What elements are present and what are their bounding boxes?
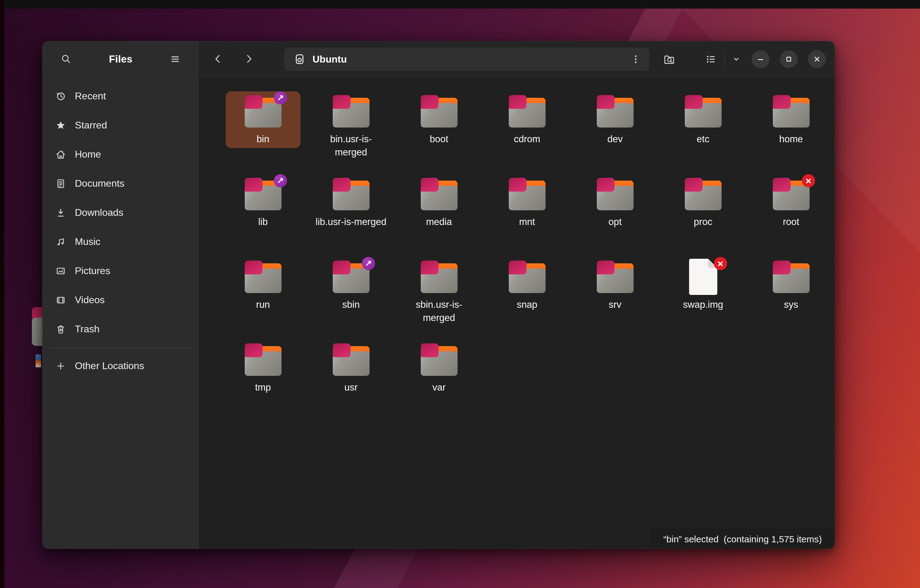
file-item-opt[interactable]: opt	[571, 174, 659, 257]
folder-icon	[509, 178, 546, 210]
file-item-snap[interactable]: snap	[483, 257, 571, 340]
folder-icon	[509, 95, 546, 128]
sidebar-separator	[49, 347, 192, 348]
music-icon	[55, 236, 66, 247]
file-item-sbin[interactable]: ↗ sbin	[307, 257, 395, 340]
folder-icon	[333, 95, 369, 128]
minimize-button[interactable]	[752, 50, 769, 68]
file-label: sys	[784, 298, 798, 311]
sidebar-item-label: Trash	[75, 323, 100, 335]
star-icon	[55, 120, 66, 131]
file-label: mnt	[519, 215, 535, 228]
chevron-down-icon	[731, 54, 742, 65]
sidebar-item-other-locations[interactable]: Other Locations	[42, 351, 199, 380]
file-item-lib.usr-is-merged[interactable]: lib.usr-is-merged	[307, 174, 395, 257]
sidebar-item-label: Home	[75, 149, 101, 160]
list-view-button[interactable]	[700, 49, 721, 69]
file-item-lib[interactable]: ↗ lib	[219, 174, 307, 257]
maximize-button[interactable]	[780, 50, 798, 68]
screen-left-bezel	[0, 0, 4, 588]
file-label: home	[779, 132, 803, 145]
folder-icon	[597, 178, 633, 210]
sidebar-item-recent[interactable]: Recent	[42, 82, 199, 111]
file-label: opt	[608, 215, 622, 228]
file-item-media[interactable]: media	[395, 174, 483, 257]
folder-icon	[773, 95, 810, 128]
sidebar-item-home[interactable]: Home	[42, 140, 199, 169]
sidebar-item-label: Pictures	[75, 265, 110, 276]
files-window: Files Recent Starred Home Documents Down…	[42, 41, 835, 549]
view-toggle-group	[700, 49, 745, 69]
folder-icon	[597, 260, 633, 293]
close-button[interactable]	[808, 50, 826, 68]
file-label: lib	[258, 215, 268, 228]
file-item-bin.usr-is-merged[interactable]: bin.usr-is-merged	[307, 91, 395, 174]
file-item-tmp[interactable]: tmp	[219, 340, 307, 422]
location-menu-button[interactable]	[626, 49, 646, 69]
sidebar-item-documents[interactable]: Documents	[42, 169, 199, 198]
home-icon	[55, 149, 66, 160]
file-item-root[interactable]: × root	[747, 174, 835, 257]
file-icon	[689, 259, 717, 295]
file-item-mnt[interactable]: mnt	[483, 174, 571, 257]
pic-icon	[55, 265, 66, 276]
header-bar: Ubuntu	[199, 41, 835, 77]
kebab-menu-icon	[630, 54, 641, 65]
file-label: sbin.usr-is-merged	[403, 298, 475, 324]
chevron-left-icon	[212, 53, 224, 65]
desktop-icon-fragment[interactable]	[36, 354, 41, 367]
file-item-var[interactable]: var	[395, 340, 483, 422]
forward-button[interactable]	[238, 49, 259, 69]
folder-icon	[421, 260, 458, 293]
file-item-boot[interactable]: boot	[395, 91, 483, 174]
sidebar-item-trash[interactable]: Trash	[42, 315, 199, 344]
download-icon	[55, 207, 66, 218]
plus-icon	[55, 360, 66, 372]
app-menu-button[interactable]	[165, 49, 186, 69]
sidebar-item-music[interactable]: Music	[42, 227, 199, 256]
file-label: dev	[607, 132, 623, 145]
file-item-sys[interactable]: sys	[747, 257, 835, 340]
sidebar-item-downloads[interactable]: Downloads	[42, 198, 199, 227]
sidebar-item-pictures[interactable]: Pictures	[42, 256, 199, 286]
folder-icon	[685, 95, 722, 128]
search-icon	[61, 54, 72, 65]
file-grid-area: ↗ bin bin.usr-is-merged boo	[199, 77, 835, 549]
folder-icon	[597, 95, 633, 128]
file-item-swap.img[interactable]: × swap.img	[659, 257, 747, 340]
folder-icon	[773, 260, 810, 293]
file-item-bin[interactable]: ↗ bin	[219, 91, 307, 174]
file-item-dev[interactable]: dev	[571, 91, 659, 174]
sidebar: Files Recent Starred Home Documents Down…	[42, 41, 199, 549]
back-button[interactable]	[208, 49, 228, 69]
location-bar[interactable]: Ubuntu	[284, 47, 649, 71]
symlink-badge: ↗	[362, 257, 375, 270]
file-label: sbin	[342, 298, 360, 311]
folder-icon	[421, 343, 458, 376]
file-item-proc[interactable]: proc	[659, 174, 747, 257]
search-button[interactable]	[56, 49, 77, 69]
file-label: tmp	[255, 381, 271, 394]
file-grid: ↗ bin bin.usr-is-merged boo	[219, 91, 835, 422]
folder-icon	[333, 343, 369, 376]
clock-icon	[55, 91, 66, 102]
list-view-icon	[705, 53, 717, 65]
file-label: swap.img	[683, 298, 723, 311]
file-label: var	[432, 381, 445, 394]
file-item-sbin.usr-is-merged[interactable]: sbin.usr-is-merged	[395, 257, 483, 340]
folder-icon	[245, 343, 282, 376]
folder-icon	[685, 178, 722, 210]
sidebar-item-starred[interactable]: Starred	[42, 111, 199, 140]
view-options-button[interactable]	[728, 49, 745, 69]
file-item-run[interactable]: run	[219, 257, 307, 340]
file-item-srv[interactable]: srv	[571, 257, 659, 340]
file-item-home[interactable]: home	[747, 91, 835, 174]
file-item-usr[interactable]: usr	[307, 340, 395, 422]
file-label: bin	[257, 132, 269, 145]
sidebar-item-label: Downloads	[75, 207, 123, 218]
trash-icon	[55, 324, 66, 335]
file-item-etc[interactable]: etc	[659, 91, 747, 174]
sidebar-item-videos[interactable]: Videos	[42, 286, 199, 315]
search-current-folder-button[interactable]	[659, 49, 680, 69]
file-item-cdrom[interactable]: cdrom	[483, 91, 571, 174]
